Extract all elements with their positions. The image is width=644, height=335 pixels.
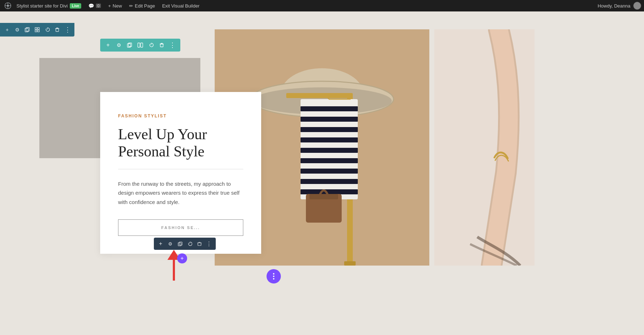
svg-rect-11 <box>38 30 39 32</box>
svg-point-1 <box>7 5 9 7</box>
svg-rect-10 <box>35 30 37 32</box>
section-power-icon[interactable] <box>43 25 52 34</box>
svg-rect-12 <box>56 29 59 31</box>
section-delete-icon[interactable] <box>53 25 62 34</box>
section-settings-icon[interactable]: ⚙ <box>13 25 21 34</box>
exit-builder-link[interactable]: Exit Visual Builder <box>158 3 203 9</box>
svg-rect-17 <box>160 44 163 47</box>
row-columns-icon[interactable] <box>136 41 145 49</box>
three-dot-menu[interactable] <box>267 269 281 283</box>
row-toolbar: + ⚙ ⋮ <box>100 39 180 52</box>
module-more-icon[interactable]: ⋮ <box>205 240 213 248</box>
wp-admin-bar: Stylist starter site for Divi Live 💬 0 +… <box>0 0 644 11</box>
row-settings-icon[interactable]: ⚙ <box>114 41 123 49</box>
right-image-strip <box>434 29 535 266</box>
svg-rect-15 <box>138 43 140 47</box>
svg-rect-8 <box>35 28 37 29</box>
content-card: FASHION STYLIST Level Up Your Personal S… <box>100 92 261 254</box>
section-duplicate-icon[interactable] <box>23 25 31 34</box>
body-text: From the runway to the streets, my appro… <box>118 179 243 207</box>
section-toolbar: + ⚙ ⋮ <box>0 23 74 37</box>
module-add-icon[interactable]: + <box>157 240 165 248</box>
svg-rect-16 <box>141 43 143 47</box>
page-canvas: + ⚙ ⋮ <box>0 11 644 335</box>
site-name[interactable]: Stylist starter site for Divi Live <box>13 3 85 9</box>
svg-rect-9 <box>38 28 39 29</box>
svg-rect-38 <box>178 243 181 246</box>
svg-rect-26 <box>301 106 358 111</box>
module-duplicate-icon[interactable] <box>176 240 184 248</box>
dots-icon <box>273 273 274 280</box>
row-delete-icon[interactable] <box>157 41 166 49</box>
svg-rect-34 <box>301 189 358 194</box>
new-link[interactable]: + New <box>104 3 126 9</box>
svg-rect-24 <box>344 261 356 266</box>
row-add-icon[interactable]: + <box>104 41 112 49</box>
section-more-icon[interactable]: ⋮ <box>63 25 72 34</box>
svg-rect-37 <box>434 29 535 266</box>
admin-bar-right: Howdy, Deanna <box>597 2 641 10</box>
module-settings-icon[interactable]: ⚙ <box>166 240 174 248</box>
wordpress-logo[interactable] <box>3 0 13 11</box>
category-label: FASHION STYLIST <box>118 113 243 118</box>
section-grid-icon[interactable] <box>33 25 42 34</box>
row-duplicate-icon[interactable] <box>125 41 134 49</box>
svg-rect-40 <box>198 243 201 246</box>
svg-rect-27 <box>301 117 358 122</box>
row-power-icon[interactable] <box>147 41 155 49</box>
arrow-shaft <box>173 259 175 281</box>
svg-rect-39 <box>179 242 182 245</box>
module-delete-icon[interactable] <box>195 240 203 248</box>
live-badge: Live <box>70 3 81 9</box>
svg-rect-30 <box>301 148 358 153</box>
svg-rect-32 <box>301 169 358 174</box>
section-add-icon[interactable]: + <box>3 25 11 34</box>
svg-rect-23 <box>286 93 353 98</box>
svg-rect-31 <box>301 158 358 163</box>
row-more-icon[interactable]: ⋮ <box>168 41 177 49</box>
edit-page-link[interactable]: ✏ Edit Page <box>126 3 158 9</box>
main-heading: Level Up Your Personal Style <box>118 126 243 160</box>
svg-rect-29 <box>301 137 358 142</box>
cta-button-text: FASHION SE... <box>161 225 200 230</box>
cta-button[interactable]: FASHION SE... <box>118 219 243 236</box>
module-power-icon[interactable] <box>186 240 194 248</box>
add-module-button[interactable]: + <box>177 253 187 263</box>
svg-rect-36 <box>309 194 338 199</box>
svg-rect-28 <box>301 127 358 132</box>
avatar[interactable] <box>633 2 641 10</box>
comments-link[interactable]: 💬 0 <box>85 3 104 9</box>
comments-count: 0 <box>96 4 101 8</box>
divider <box>118 169 243 169</box>
svg-rect-33 <box>301 179 358 184</box>
module-toolbar: + ⚙ ⋮ <box>154 238 216 250</box>
